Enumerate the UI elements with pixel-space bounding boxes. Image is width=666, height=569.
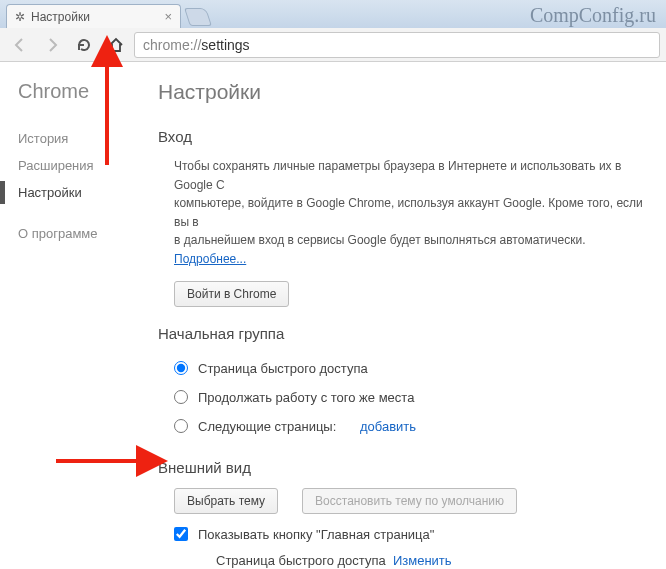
tab-strip: ✲ Настройки × bbox=[0, 0, 666, 28]
signin-description: Чтобы сохранять личные параметры браузер… bbox=[158, 157, 656, 269]
appearance-heading: Внешний вид bbox=[158, 459, 656, 476]
new-tab-button[interactable] bbox=[184, 8, 212, 26]
choose-theme-button[interactable]: Выбрать тему bbox=[174, 488, 278, 514]
url-prefix: chrome:// bbox=[143, 37, 201, 53]
startup-options: Страница быстрого доступа Продолжать раб… bbox=[158, 354, 656, 441]
sidebar-item-extensions[interactable]: Расширения bbox=[18, 152, 130, 179]
show-home-checkbox[interactable] bbox=[174, 527, 188, 541]
startup-radio-pages[interactable] bbox=[174, 419, 188, 433]
page-title: Настройки bbox=[158, 80, 656, 104]
toolbar: chrome://settings bbox=[0, 28, 666, 62]
content: Chrome История Расширения Настройки О пр… bbox=[0, 62, 666, 569]
reset-theme-button: Восстановить тему по умолчанию bbox=[302, 488, 517, 514]
startup-heading: Начальная группа bbox=[158, 325, 656, 342]
home-subrow: Страница быстрого доступа Изменить bbox=[174, 553, 656, 568]
signin-heading: Вход bbox=[158, 128, 656, 145]
brand: Chrome bbox=[18, 80, 130, 103]
signin-more-link[interactable]: Подробнее... bbox=[174, 252, 246, 266]
close-icon[interactable]: × bbox=[164, 9, 172, 24]
forward-button[interactable] bbox=[38, 32, 66, 58]
sidebar-item-settings[interactable]: Настройки bbox=[18, 179, 130, 206]
sidebar-item-history[interactable]: История bbox=[18, 125, 130, 152]
tab-settings[interactable]: ✲ Настройки × bbox=[6, 4, 181, 28]
url-path: settings bbox=[201, 37, 249, 53]
back-button[interactable] bbox=[6, 32, 34, 58]
main: Настройки Вход Чтобы сохранять личные па… bbox=[130, 62, 666, 569]
sidebar: Chrome История Расширения Настройки О пр… bbox=[0, 62, 130, 569]
startup-radio-continue[interactable] bbox=[174, 390, 188, 404]
tab-title: Настройки bbox=[31, 10, 90, 24]
reload-button[interactable] bbox=[70, 32, 98, 58]
gear-icon: ✲ bbox=[15, 10, 25, 24]
startup-add-link[interactable]: добавить bbox=[360, 419, 416, 434]
signin-button[interactable]: Войти в Chrome bbox=[174, 281, 289, 307]
startup-option-newtab[interactable]: Страница быстрого доступа bbox=[174, 354, 656, 383]
appearance-options: Показывать кнопку "Главная страница" Стр… bbox=[158, 520, 656, 569]
home-change-link[interactable]: Изменить bbox=[393, 553, 452, 569]
home-button[interactable] bbox=[102, 32, 130, 58]
startup-radio-newtab[interactable] bbox=[174, 361, 188, 375]
sidebar-item-about[interactable]: О программе bbox=[18, 220, 130, 247]
startup-option-pages[interactable]: Следующие страницы: добавить bbox=[174, 412, 656, 441]
startup-option-continue[interactable]: Продолжать работу с того же места bbox=[174, 383, 656, 412]
address-bar[interactable]: chrome://settings bbox=[134, 32, 660, 58]
show-home-option[interactable]: Показывать кнопку "Главная страница" bbox=[174, 520, 656, 549]
